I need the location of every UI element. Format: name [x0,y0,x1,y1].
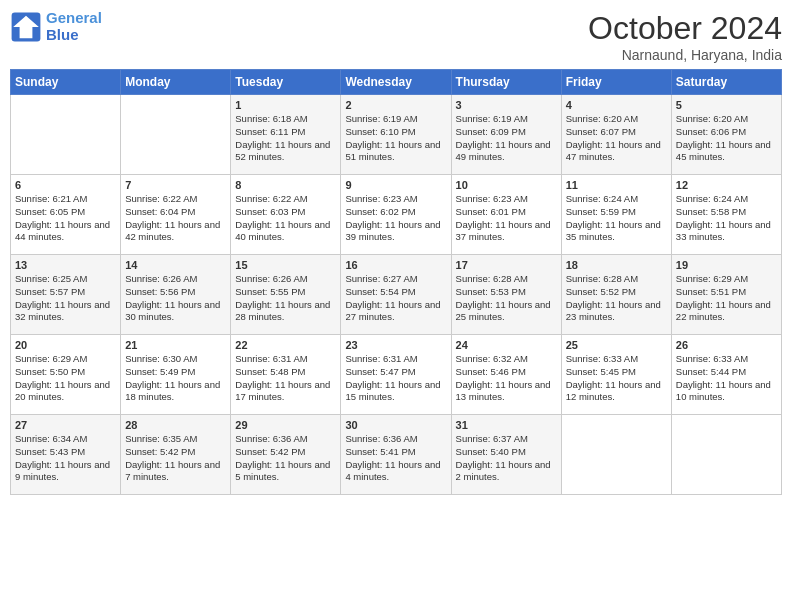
cell-details: Sunrise: 6:21 AM Sunset: 6:05 PM Dayligh… [15,193,116,244]
calendar-cell: 22Sunrise: 6:31 AM Sunset: 5:48 PM Dayli… [231,335,341,415]
cell-details: Sunrise: 6:30 AM Sunset: 5:49 PM Dayligh… [125,353,226,404]
calendar-cell: 4Sunrise: 6:20 AM Sunset: 6:07 PM Daylig… [561,95,671,175]
calendar-cell: 24Sunrise: 6:32 AM Sunset: 5:46 PM Dayli… [451,335,561,415]
calendar-cell: 3Sunrise: 6:19 AM Sunset: 6:09 PM Daylig… [451,95,561,175]
cell-details: Sunrise: 6:24 AM Sunset: 5:58 PM Dayligh… [676,193,777,244]
calendar-week-row: 13Sunrise: 6:25 AM Sunset: 5:57 PM Dayli… [11,255,782,335]
calendar-cell: 27Sunrise: 6:34 AM Sunset: 5:43 PM Dayli… [11,415,121,495]
day-number: 31 [456,419,557,431]
day-number: 20 [15,339,116,351]
calendar-cell: 30Sunrise: 6:36 AM Sunset: 5:41 PM Dayli… [341,415,451,495]
calendar-cell: 7Sunrise: 6:22 AM Sunset: 6:04 PM Daylig… [121,175,231,255]
day-number: 26 [676,339,777,351]
cell-details: Sunrise: 6:19 AM Sunset: 6:10 PM Dayligh… [345,113,446,164]
cell-details: Sunrise: 6:29 AM Sunset: 5:50 PM Dayligh… [15,353,116,404]
cell-details: Sunrise: 6:24 AM Sunset: 5:59 PM Dayligh… [566,193,667,244]
day-number: 6 [15,179,116,191]
logo: General Blue [10,10,102,43]
calendar-cell: 23Sunrise: 6:31 AM Sunset: 5:47 PM Dayli… [341,335,451,415]
calendar-cell: 11Sunrise: 6:24 AM Sunset: 5:59 PM Dayli… [561,175,671,255]
calendar-cell [561,415,671,495]
cell-details: Sunrise: 6:35 AM Sunset: 5:42 PM Dayligh… [125,433,226,484]
day-number: 18 [566,259,667,271]
cell-details: Sunrise: 6:31 AM Sunset: 5:48 PM Dayligh… [235,353,336,404]
day-number: 24 [456,339,557,351]
cell-details: Sunrise: 6:28 AM Sunset: 5:52 PM Dayligh… [566,273,667,324]
cell-details: Sunrise: 6:23 AM Sunset: 6:01 PM Dayligh… [456,193,557,244]
calendar-cell: 29Sunrise: 6:36 AM Sunset: 5:42 PM Dayli… [231,415,341,495]
cell-details: Sunrise: 6:23 AM Sunset: 6:02 PM Dayligh… [345,193,446,244]
cell-details: Sunrise: 6:37 AM Sunset: 5:40 PM Dayligh… [456,433,557,484]
calendar-week-row: 20Sunrise: 6:29 AM Sunset: 5:50 PM Dayli… [11,335,782,415]
cell-details: Sunrise: 6:22 AM Sunset: 6:04 PM Dayligh… [125,193,226,244]
calendar-cell: 16Sunrise: 6:27 AM Sunset: 5:54 PM Dayli… [341,255,451,335]
cell-details: Sunrise: 6:27 AM Sunset: 5:54 PM Dayligh… [345,273,446,324]
day-number: 13 [15,259,116,271]
calendar-table: SundayMondayTuesdayWednesdayThursdayFrid… [10,69,782,495]
day-number: 3 [456,99,557,111]
calendar-cell: 8Sunrise: 6:22 AM Sunset: 6:03 PM Daylig… [231,175,341,255]
day-number: 5 [676,99,777,111]
calendar-cell: 18Sunrise: 6:28 AM Sunset: 5:52 PM Dayli… [561,255,671,335]
day-number: 15 [235,259,336,271]
calendar-week-row: 27Sunrise: 6:34 AM Sunset: 5:43 PM Dayli… [11,415,782,495]
calendar-header-row: SundayMondayTuesdayWednesdayThursdayFrid… [11,70,782,95]
month-title: October 2024 [588,10,782,47]
day-number: 16 [345,259,446,271]
calendar-cell: 20Sunrise: 6:29 AM Sunset: 5:50 PM Dayli… [11,335,121,415]
cell-details: Sunrise: 6:31 AM Sunset: 5:47 PM Dayligh… [345,353,446,404]
calendar-cell [671,415,781,495]
cell-details: Sunrise: 6:28 AM Sunset: 5:53 PM Dayligh… [456,273,557,324]
cell-details: Sunrise: 6:19 AM Sunset: 6:09 PM Dayligh… [456,113,557,164]
cell-details: Sunrise: 6:18 AM Sunset: 6:11 PM Dayligh… [235,113,336,164]
header-monday: Monday [121,70,231,95]
day-number: 21 [125,339,226,351]
cell-details: Sunrise: 6:32 AM Sunset: 5:46 PM Dayligh… [456,353,557,404]
calendar-cell: 1Sunrise: 6:18 AM Sunset: 6:11 PM Daylig… [231,95,341,175]
cell-details: Sunrise: 6:33 AM Sunset: 5:44 PM Dayligh… [676,353,777,404]
calendar-cell: 15Sunrise: 6:26 AM Sunset: 5:55 PM Dayli… [231,255,341,335]
cell-details: Sunrise: 6:36 AM Sunset: 5:41 PM Dayligh… [345,433,446,484]
calendar-cell: 5Sunrise: 6:20 AM Sunset: 6:06 PM Daylig… [671,95,781,175]
cell-details: Sunrise: 6:25 AM Sunset: 5:57 PM Dayligh… [15,273,116,324]
day-number: 29 [235,419,336,431]
day-number: 23 [345,339,446,351]
logo-icon [10,11,42,43]
day-number: 10 [456,179,557,191]
cell-details: Sunrise: 6:26 AM Sunset: 5:56 PM Dayligh… [125,273,226,324]
day-number: 28 [125,419,226,431]
day-number: 30 [345,419,446,431]
day-number: 22 [235,339,336,351]
calendar-cell: 12Sunrise: 6:24 AM Sunset: 5:58 PM Dayli… [671,175,781,255]
day-number: 8 [235,179,336,191]
cell-details: Sunrise: 6:34 AM Sunset: 5:43 PM Dayligh… [15,433,116,484]
day-number: 14 [125,259,226,271]
header-saturday: Saturday [671,70,781,95]
day-number: 7 [125,179,226,191]
calendar-week-row: 6Sunrise: 6:21 AM Sunset: 6:05 PM Daylig… [11,175,782,255]
cell-details: Sunrise: 6:36 AM Sunset: 5:42 PM Dayligh… [235,433,336,484]
calendar-cell: 13Sunrise: 6:25 AM Sunset: 5:57 PM Dayli… [11,255,121,335]
calendar-cell [121,95,231,175]
day-number: 4 [566,99,667,111]
cell-details: Sunrise: 6:26 AM Sunset: 5:55 PM Dayligh… [235,273,336,324]
calendar-cell [11,95,121,175]
calendar-cell: 19Sunrise: 6:29 AM Sunset: 5:51 PM Dayli… [671,255,781,335]
page-header: General Blue October 2024 Narnaund, Hary… [10,10,782,63]
calendar-cell: 25Sunrise: 6:33 AM Sunset: 5:45 PM Dayli… [561,335,671,415]
header-wednesday: Wednesday [341,70,451,95]
header-friday: Friday [561,70,671,95]
cell-details: Sunrise: 6:22 AM Sunset: 6:03 PM Dayligh… [235,193,336,244]
title-block: October 2024 Narnaund, Haryana, India [588,10,782,63]
calendar-cell: 2Sunrise: 6:19 AM Sunset: 6:10 PM Daylig… [341,95,451,175]
day-number: 17 [456,259,557,271]
location-subtitle: Narnaund, Haryana, India [588,47,782,63]
day-number: 2 [345,99,446,111]
day-number: 11 [566,179,667,191]
day-number: 25 [566,339,667,351]
calendar-cell: 14Sunrise: 6:26 AM Sunset: 5:56 PM Dayli… [121,255,231,335]
cell-details: Sunrise: 6:33 AM Sunset: 5:45 PM Dayligh… [566,353,667,404]
header-sunday: Sunday [11,70,121,95]
header-tuesday: Tuesday [231,70,341,95]
calendar-cell: 31Sunrise: 6:37 AM Sunset: 5:40 PM Dayli… [451,415,561,495]
